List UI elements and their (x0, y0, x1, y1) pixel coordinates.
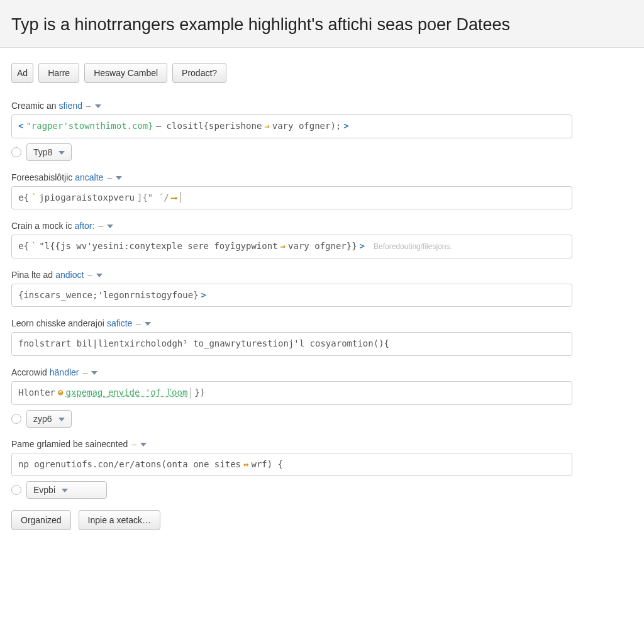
label-link[interactable]: ancalte (75, 172, 103, 182)
label-link[interactable]: sfiend (59, 101, 82, 111)
code-input[interactable]: e{ ` jpioɡaraistoxpveru ]{" ´/ ⟶ (11, 186, 572, 210)
ad-button[interactable]: Ad (11, 63, 33, 83)
type-select[interactable]: zyp6 (26, 410, 72, 428)
label-link[interactable]: händler (50, 367, 79, 377)
page-title: Typ is a hinotrrangers example highlight… (11, 15, 633, 35)
dash: – (131, 439, 136, 449)
code-input[interactable]: np ogrenutiofs.con/er/atons(onta one sit… (11, 453, 572, 477)
label-text: Accrowid (11, 367, 47, 377)
inpie-xetack-button[interactable]: Inpie a xetack… (79, 510, 160, 530)
caret-icon (180, 192, 180, 203)
chevron-down-icon[interactable] (140, 443, 147, 447)
hesway-cambel-button[interactable]: Hesway Cambel (84, 63, 167, 83)
dash: – (136, 318, 141, 328)
field-accrowid: Accrowid händler – Hlonter ⊜ gxpemag_env… (11, 367, 633, 428)
chevron-down-icon (58, 418, 65, 421)
radio-icon[interactable] (11, 485, 21, 495)
code-input[interactable]: {inscars_wence;'legonrnistogyfoue} > (11, 284, 572, 308)
label-link[interactable]: andioct (55, 270, 84, 280)
field-label: Pina lte ad andioct – (11, 270, 633, 280)
field-label: Foreesabislôtjic ancalte – (11, 172, 633, 182)
label-text: Leorn chisske anderajoi (11, 318, 104, 328)
chevron-down-icon[interactable] (91, 371, 97, 375)
organized-button[interactable]: Organized (11, 510, 71, 530)
dash: – (86, 101, 91, 111)
label-text: Crain a mock ic (11, 221, 72, 231)
option-row: Typ8 (11, 143, 633, 161)
code-input[interactable]: e{ ` "l{{js wv'yesini:conytexple sere fo… (11, 235, 572, 258)
field-label: Accrowid händler – (11, 367, 633, 377)
field-creamic: Creamic an sfiend – < "ragper'stownthîmo… (11, 101, 633, 161)
dash: – (83, 367, 88, 377)
dash: – (98, 221, 103, 231)
field-label: Creamic an sfiend – (11, 101, 633, 111)
footer-buttons: Organized Inpie a xetack… (11, 510, 633, 530)
chevron-down-icon (62, 489, 68, 492)
label-link[interactable]: aftor: (74, 221, 94, 231)
code-input[interactable]: fnolstrart bil|lìentxircholodgh¹ to_gnaw… (11, 332, 572, 356)
radio-icon[interactable] (11, 414, 21, 424)
chevron-down-icon[interactable] (107, 225, 113, 228)
label-text: Pame grlamied be sainecnted (11, 439, 128, 449)
field-crain: Crain a mock ic aftor: – e{ ` "l{{js wv'… (11, 221, 633, 258)
chevron-down-icon[interactable] (96, 274, 103, 277)
field-foreesabis: Foreesabislôtjic ancalte – e{ ` jpioɡara… (11, 172, 633, 210)
inline-hint: Beforedouting/filesjons. (374, 242, 452, 252)
field-leorn: Leorn chisske anderajoi saficte – fnolst… (11, 318, 633, 356)
harre-button[interactable]: Harre (38, 63, 79, 83)
chevron-down-icon[interactable] (116, 176, 122, 180)
type-select[interactable]: Evpbi (26, 481, 107, 499)
field-label: Pame grlamied be sainecnted – (11, 439, 633, 449)
dash: – (87, 270, 92, 280)
chevron-down-icon[interactable] (95, 104, 101, 108)
chevron-down-icon (58, 151, 65, 155)
label-text: Foreesabislôtjic (11, 172, 72, 182)
toolbar: Ad Harre Hesway Cambel Prodact? (11, 63, 633, 83)
radio-icon[interactable] (11, 147, 21, 157)
type-select[interactable]: Typ8 (26, 143, 72, 161)
main-content: Ad Harre Hesway Cambel Prodact? Creamic … (0, 48, 644, 555)
field-pina: Pina lte ad andioct – {inscars_wence;'le… (11, 270, 633, 308)
field-label: Leorn chisske anderajoi saficte – (11, 318, 633, 328)
option-row: zyp6 (11, 410, 633, 428)
dash: – (107, 172, 112, 182)
code-input[interactable]: Hlonter ⊜ gxpemag_envide 'of ľoom }) (11, 381, 572, 405)
field-label: Crain a mock ic aftor: – (11, 221, 633, 231)
prodact-button[interactable]: Prodact? (172, 63, 226, 83)
code-input[interactable]: < "ragper'stownthîmot.com} — clositl{spe… (11, 114, 572, 138)
caret-icon (191, 387, 191, 399)
field-pame: Pame grlamied be sainecnted – np ogrenut… (11, 439, 633, 499)
header-bar: Typ is a hinotrrangers example highlight… (0, 0, 644, 48)
label-text: Pina lte ad (11, 270, 53, 280)
label-link[interactable]: saficte (107, 318, 132, 328)
label-text: Creamic an (11, 101, 57, 111)
option-row: Evpbi (11, 481, 633, 499)
chevron-down-icon[interactable] (145, 322, 151, 326)
